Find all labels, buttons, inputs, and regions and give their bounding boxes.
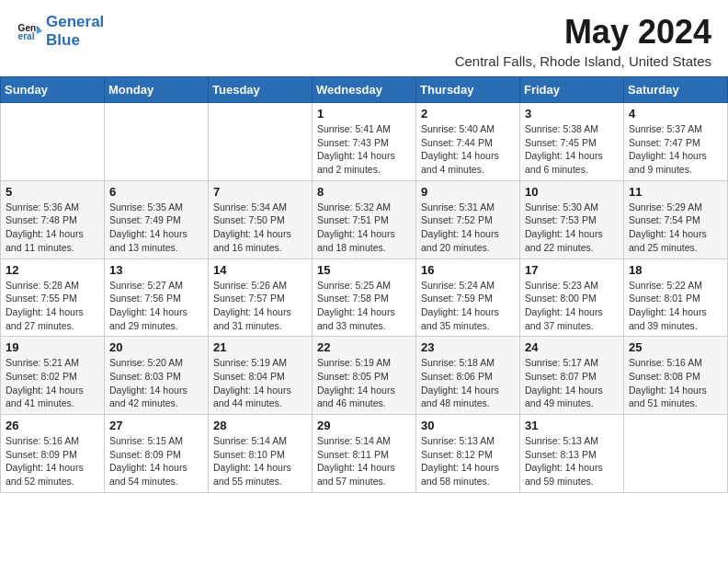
day-sun-info: Sunrise: 5:19 AMSunset: 8:05 PMDaylight:… xyxy=(317,356,411,410)
header-thursday: Thursday xyxy=(416,77,520,103)
logo-name: GeneralBlue xyxy=(46,13,104,49)
day-number: 10 xyxy=(525,185,619,199)
calendar-cell: 27Sunrise: 5:15 AMSunset: 8:09 PMDayligh… xyxy=(105,415,209,493)
calendar-cell: 28Sunrise: 5:14 AMSunset: 8:10 PMDayligh… xyxy=(209,415,313,493)
day-sun-info: Sunrise: 5:28 AMSunset: 7:55 PMDaylight:… xyxy=(6,279,99,333)
day-number: 4 xyxy=(629,107,722,121)
calendar-cell: 11Sunrise: 5:29 AMSunset: 7:54 PMDayligh… xyxy=(624,180,728,259)
calendar-cell: 26Sunrise: 5:16 AMSunset: 8:09 PMDayligh… xyxy=(1,415,105,493)
calendar-week-1: 1Sunrise: 5:41 AMSunset: 7:43 PMDaylight… xyxy=(1,103,728,181)
calendar-cell: 20Sunrise: 5:20 AMSunset: 8:03 PMDayligh… xyxy=(105,337,209,415)
location-subtitle: Central Falls, Rhode Island, United Stat… xyxy=(455,53,711,69)
calendar-cell xyxy=(209,103,313,181)
calendar-cell: 16Sunrise: 5:24 AMSunset: 7:59 PMDayligh… xyxy=(416,259,520,337)
day-number: 7 xyxy=(213,185,307,199)
day-number: 26 xyxy=(6,419,99,432)
day-number: 17 xyxy=(525,263,619,277)
day-number: 27 xyxy=(109,419,203,432)
calendar-cell: 31Sunrise: 5:13 AMSunset: 8:13 PMDayligh… xyxy=(520,415,624,493)
calendar-cell xyxy=(1,103,105,181)
day-number: 8 xyxy=(317,185,411,199)
calendar-week-4: 19Sunrise: 5:21 AMSunset: 8:02 PMDayligh… xyxy=(1,337,728,415)
header-tuesday: Tuesday xyxy=(209,77,313,103)
day-sun-info: Sunrise: 5:15 AMSunset: 8:09 PMDaylight:… xyxy=(109,434,203,488)
day-number: 25 xyxy=(629,340,722,354)
day-number: 16 xyxy=(421,263,515,277)
calendar-cell: 17Sunrise: 5:23 AMSunset: 8:00 PMDayligh… xyxy=(520,259,624,337)
calendar-cell: 2Sunrise: 5:40 AMSunset: 7:44 PMDaylight… xyxy=(416,103,520,181)
calendar-cell: 13Sunrise: 5:27 AMSunset: 7:56 PMDayligh… xyxy=(105,259,209,337)
day-number: 13 xyxy=(109,263,203,277)
day-number: 23 xyxy=(421,340,515,354)
calendar-cell: 18Sunrise: 5:22 AMSunset: 8:01 PMDayligh… xyxy=(624,259,728,337)
day-sun-info: Sunrise: 5:18 AMSunset: 8:06 PMDaylight:… xyxy=(421,356,515,410)
day-sun-info: Sunrise: 5:24 AMSunset: 7:59 PMDaylight:… xyxy=(421,279,515,333)
day-sun-info: Sunrise: 5:13 AMSunset: 8:12 PMDaylight:… xyxy=(421,434,515,488)
calendar-table: SundayMondayTuesdayWednesdayThursdayFrid… xyxy=(0,76,728,493)
day-sun-info: Sunrise: 5:34 AMSunset: 7:50 PMDaylight:… xyxy=(213,201,307,255)
calendar-cell: 24Sunrise: 5:17 AMSunset: 8:07 PMDayligh… xyxy=(520,337,624,415)
calendar-cell: 29Sunrise: 5:14 AMSunset: 8:11 PMDayligh… xyxy=(313,415,416,493)
header-saturday: Saturday xyxy=(624,77,728,103)
calendar-cell: 23Sunrise: 5:18 AMSunset: 8:06 PMDayligh… xyxy=(416,337,520,415)
day-sun-info: Sunrise: 5:26 AMSunset: 7:57 PMDaylight:… xyxy=(213,279,307,333)
month-year-title: May 2024 xyxy=(455,13,711,52)
day-number: 5 xyxy=(6,185,99,199)
day-sun-info: Sunrise: 5:38 AMSunset: 7:45 PMDaylight:… xyxy=(525,122,619,177)
day-number: 18 xyxy=(629,263,722,277)
day-number: 28 xyxy=(213,419,307,432)
calendar-cell: 14Sunrise: 5:26 AMSunset: 7:57 PMDayligh… xyxy=(209,259,313,337)
header-sunday: Sunday xyxy=(1,77,105,103)
day-sun-info: Sunrise: 5:22 AMSunset: 8:01 PMDaylight:… xyxy=(629,279,722,333)
day-sun-info: Sunrise: 5:27 AMSunset: 7:56 PMDaylight:… xyxy=(109,279,203,333)
day-number: 12 xyxy=(6,263,99,277)
day-number: 31 xyxy=(525,419,619,432)
day-number: 1 xyxy=(317,107,411,121)
day-sun-info: Sunrise: 5:36 AMSunset: 7:48 PMDaylight:… xyxy=(6,201,99,255)
day-number: 29 xyxy=(317,419,411,432)
day-sun-info: Sunrise: 5:23 AMSunset: 8:00 PMDaylight:… xyxy=(525,279,619,333)
day-sun-info: Sunrise: 5:17 AMSunset: 8:07 PMDaylight:… xyxy=(525,356,619,410)
calendar-cell: 12Sunrise: 5:28 AMSunset: 7:55 PMDayligh… xyxy=(1,259,105,337)
calendar-cell: 10Sunrise: 5:30 AMSunset: 7:53 PMDayligh… xyxy=(520,180,624,259)
day-sun-info: Sunrise: 5:40 AMSunset: 7:44 PMDaylight:… xyxy=(421,122,515,177)
day-sun-info: Sunrise: 5:37 AMSunset: 7:47 PMDaylight:… xyxy=(629,122,722,177)
day-number: 22 xyxy=(317,340,411,354)
day-number: 14 xyxy=(213,263,307,277)
day-sun-info: Sunrise: 5:21 AMSunset: 8:02 PMDaylight:… xyxy=(6,356,99,410)
day-sun-info: Sunrise: 5:14 AMSunset: 8:11 PMDaylight:… xyxy=(317,434,411,488)
calendar-cell: 25Sunrise: 5:16 AMSunset: 8:08 PMDayligh… xyxy=(624,337,728,415)
calendar-cell: 3Sunrise: 5:38 AMSunset: 7:45 PMDaylight… xyxy=(520,103,624,181)
svg-text:eral: eral xyxy=(18,31,35,41)
calendar-header-row: SundayMondayTuesdayWednesdayThursdayFrid… xyxy=(1,77,728,103)
day-sun-info: Sunrise: 5:20 AMSunset: 8:03 PMDaylight:… xyxy=(109,356,203,410)
day-number: 19 xyxy=(6,340,99,354)
calendar-cell: 30Sunrise: 5:13 AMSunset: 8:12 PMDayligh… xyxy=(416,415,520,493)
day-number: 9 xyxy=(421,185,515,199)
title-block: May 2024 Central Falls, Rhode Island, Un… xyxy=(455,13,711,69)
day-sun-info: Sunrise: 5:14 AMSunset: 8:10 PMDaylight:… xyxy=(213,434,307,488)
day-sun-info: Sunrise: 5:31 AMSunset: 7:52 PMDaylight:… xyxy=(421,201,515,255)
day-sun-info: Sunrise: 5:29 AMSunset: 7:54 PMDaylight:… xyxy=(629,201,722,255)
day-sun-info: Sunrise: 5:19 AMSunset: 8:04 PMDaylight:… xyxy=(213,356,307,410)
header-monday: Monday xyxy=(105,77,209,103)
header-friday: Friday xyxy=(520,77,624,103)
day-number: 24 xyxy=(525,340,619,354)
logo-icon: Gen eral xyxy=(17,18,42,44)
calendar-week-3: 12Sunrise: 5:28 AMSunset: 7:55 PMDayligh… xyxy=(1,259,728,337)
header-wednesday: Wednesday xyxy=(313,77,416,103)
day-sun-info: Sunrise: 5:16 AMSunset: 8:09 PMDaylight:… xyxy=(6,434,99,488)
day-number: 2 xyxy=(421,107,515,121)
day-number: 15 xyxy=(317,263,411,277)
logo: Gen eral GeneralBlue xyxy=(17,13,104,49)
day-sun-info: Sunrise: 5:35 AMSunset: 7:49 PMDaylight:… xyxy=(109,201,203,255)
calendar-cell: 5Sunrise: 5:36 AMSunset: 7:48 PMDaylight… xyxy=(1,180,105,259)
calendar-cell: 1Sunrise: 5:41 AMSunset: 7:43 PMDaylight… xyxy=(313,103,416,181)
calendar-week-2: 5Sunrise: 5:36 AMSunset: 7:48 PMDaylight… xyxy=(1,180,728,259)
day-sun-info: Sunrise: 5:30 AMSunset: 7:53 PMDaylight:… xyxy=(525,201,619,255)
day-number: 11 xyxy=(629,185,722,199)
day-number: 3 xyxy=(525,107,619,121)
calendar-cell xyxy=(105,103,209,181)
calendar-cell: 9Sunrise: 5:31 AMSunset: 7:52 PMDaylight… xyxy=(416,180,520,259)
calendar-cell: 7Sunrise: 5:34 AMSunset: 7:50 PMDaylight… xyxy=(209,180,313,259)
